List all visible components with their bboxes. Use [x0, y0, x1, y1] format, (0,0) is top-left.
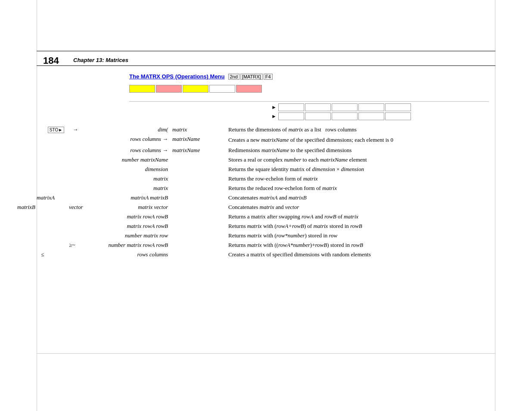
label-matrixB: matrixB: [17, 204, 35, 211]
desc-col-14: Creates a matrix of specified dimensions…: [228, 251, 489, 258]
arrow-icon-2: ►: [271, 113, 277, 120]
sto-col-1: STO►: [43, 126, 69, 133]
func-col-12: number matrix row: [82, 232, 172, 239]
main-content: The MATRX OPS (Operations) Menu 2nd [MAT…: [43, 73, 489, 261]
section-header: The MATRX OPS (Operations) Menu 2nd [MAT…: [129, 73, 489, 80]
op-row-4: number matrixName Stores a real or compl…: [43, 156, 489, 163]
sub-box-3: [332, 103, 358, 111]
func-col-5: dimension: [82, 166, 172, 173]
tab-2: [156, 85, 182, 93]
sto-badge: STO►: [48, 127, 64, 133]
desc-col-6: Returns the row-echelon form of matrix: [228, 175, 489, 182]
tab-row-1: [129, 85, 489, 93]
label-vector: vector: [69, 204, 83, 211]
key-matrx: [MATRX]: [240, 74, 263, 80]
func-col-7: matrix: [82, 185, 172, 192]
footer-line: [37, 353, 495, 354]
tab-underline: [129, 94, 489, 102]
op-row-7: matrix Returns the reduced row-echelon f…: [43, 185, 489, 192]
desc-col-4: Stores a real or complex number to each …: [228, 156, 489, 163]
op-row-9: matrixB vector matrix vector Concatenate…: [43, 204, 489, 211]
sub-box-4: [358, 103, 384, 111]
page-border-left: [37, 0, 37, 411]
input-col-2: matrixName: [172, 136, 228, 143]
func-col-10: matrix rowA rowB: [82, 213, 172, 220]
section-title: The MATRX OPS (Operations) Menu: [129, 73, 225, 80]
arrow-col-1: →: [69, 126, 82, 133]
sub-box-7: [305, 112, 331, 120]
page-border-right: [495, 0, 495, 411]
op-row-8: matrixA matrixA matrixB Concatenates mat…: [43, 194, 489, 201]
sub-box-5: [385, 103, 411, 111]
func-col-6: matrix: [82, 175, 172, 182]
func-col-2: rows columns →: [82, 136, 172, 143]
menu-tabs-area: ► ►: [129, 85, 489, 120]
tab-4: [209, 85, 235, 93]
label-ge: ≥~: [69, 242, 75, 249]
desc-col-11: Returns matrix with (rowA+rowB) of matri…: [228, 223, 489, 230]
submenu-boxes-2: [278, 112, 412, 120]
desc-col-8: Concatenates matrixA and matrixB: [228, 194, 489, 201]
chapter-title: Chapter 13: Matrices: [73, 57, 128, 63]
label-matrixA: matrixA: [37, 194, 55, 201]
func-col-8: matrixA matrixA matrixB: [82, 194, 172, 201]
ops-table: STO► → dim( matrix Returns the dimension…: [43, 126, 489, 258]
desc-col-7: Returns the reduced row-echelon form of …: [228, 185, 489, 192]
desc-col-9: Concatenates matrix and vector: [228, 204, 489, 211]
sub-box-2: [305, 103, 331, 111]
page-number: 184: [43, 55, 59, 66]
func-col-13: number matrix rowA rowB: [82, 242, 172, 249]
key-2nd: 2nd: [228, 74, 240, 80]
desc-col-1: Returns the dimensions of matrix as a li…: [228, 126, 489, 133]
arrow-icon-1: ►: [271, 104, 277, 111]
op-row-12: number matrix row Returns matrix with (r…: [43, 232, 489, 239]
op-row-2: rows columns → matrixName Creates a new …: [43, 136, 489, 144]
op-row-5: dimension Returns the square identity ma…: [43, 166, 489, 173]
desc-col-10: Returns a matrix after swapping rowA and…: [228, 213, 489, 220]
op-row-10: matrix rowA rowB Returns a matrix after …: [43, 213, 489, 220]
op-row-6: matrix Returns the row-echelon form of m…: [43, 175, 489, 182]
op-row-14: ≤ rows columns Creates a matrix of speci…: [43, 251, 489, 258]
func-col-4: number matrixName: [82, 156, 172, 163]
label-le: ≤: [41, 251, 44, 258]
func-col-11: matrix rowA rowB: [82, 223, 172, 230]
input-col-1: matrix: [172, 126, 228, 133]
sub-box-9: [358, 112, 384, 120]
desc-col-5: Returns the square identity matrix of di…: [228, 166, 489, 173]
func-col-14: rows columns: [82, 251, 172, 258]
submenu-row-2: ►: [129, 112, 489, 120]
desc-col-12: Returns matrix with (row*number) stored …: [228, 232, 489, 239]
key-f4: F4: [264, 74, 273, 80]
sub-box-6: [278, 112, 304, 120]
header-line-top: [37, 51, 495, 51]
func-col-1: dim(: [82, 126, 172, 133]
tab-3: [183, 85, 208, 93]
desc-col-13: Returns matrix with ((rowA*number)+rowB)…: [228, 242, 489, 249]
op-row-13: ≥~ number matrix rowA rowB Returns matri…: [43, 242, 489, 249]
desc-col-3: Redimensions matrixName to the specified…: [228, 147, 489, 154]
submenu-boxes-1: [278, 103, 412, 111]
header-line-bottom: [37, 65, 495, 66]
tab-1: [129, 85, 155, 93]
op-row-3: rows columns → matrixName Redimensions m…: [43, 147, 489, 154]
op-row-1: STO► → dim( matrix Returns the dimension…: [43, 126, 489, 133]
func-col-9: matrix vector: [82, 204, 172, 211]
input-col-3: matrixName: [172, 147, 228, 154]
func-col-3: rows columns →: [82, 147, 172, 154]
submenu-row-1: ►: [129, 103, 489, 111]
op-row-11: matrix rowA rowB Returns matrix with (ro…: [43, 223, 489, 230]
sub-box-10: [385, 112, 411, 120]
sub-box-1: [278, 103, 304, 111]
tab-5: [236, 85, 262, 93]
sub-box-8: [332, 112, 358, 120]
desc-col-2: Creates a new matrixName of the specifie…: [228, 136, 489, 144]
